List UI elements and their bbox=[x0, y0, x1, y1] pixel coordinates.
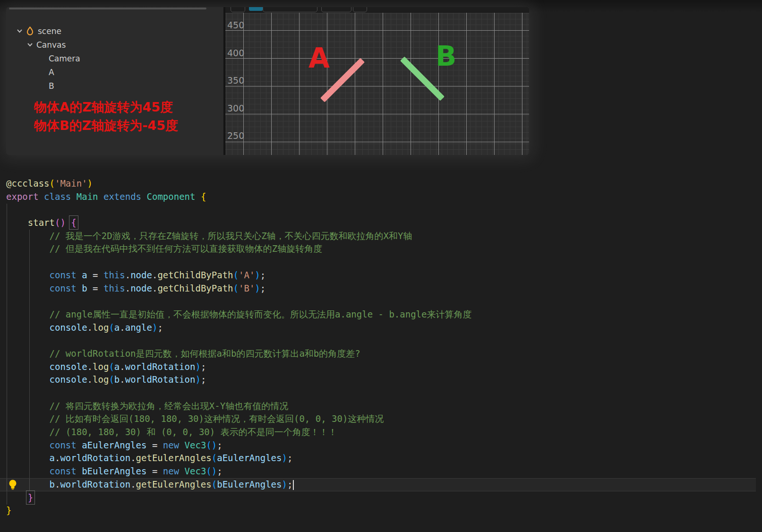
hierarchy-item-label: B bbox=[49, 81, 54, 91]
annotation-line-2: 物体B的Z轴旋转为-45度 bbox=[34, 116, 178, 135]
quick-fix-lightbulb-icon[interactable] bbox=[8, 479, 18, 490]
code-line[interactable]: const bEulerAngles = new Vec3(); bbox=[0, 465, 756, 478]
horizontal-scrollbar[interactable] bbox=[9, 8, 206, 9]
hierarchy-item-label: Canvas bbox=[36, 40, 66, 50]
code-line[interactable]: // (180, 180, 30) 和 (0, 0, 30) 表示的不是同一个角… bbox=[0, 426, 756, 439]
chevron-down-icon[interactable] bbox=[17, 28, 23, 34]
code-line[interactable]: b.worldRotation.getEulerAngles(bEulerAng… bbox=[0, 478, 756, 491]
toolbar-button-group[interactable] bbox=[263, 7, 317, 12]
code-editor[interactable]: @ccclass('Main')export class Main extend… bbox=[0, 177, 756, 517]
code-line[interactable]: // 但是我在代码中找不到任何方法可以直接获取物体的Z轴旋转角度 bbox=[0, 242, 756, 256]
code-line[interactable]: @ccclass('Main') bbox=[0, 177, 756, 190]
toolbar-button[interactable] bbox=[353, 7, 367, 12]
ruler-label: 350 bbox=[227, 75, 244, 86]
code-line[interactable]: const a = this.node.getChildByPath('A'); bbox=[0, 269, 756, 282]
toolbar-button[interactable] bbox=[321, 7, 351, 12]
page: scene Canvas Camera A B 物体A的 bbox=[0, 0, 762, 532]
hierarchy-item-label: Camera bbox=[49, 54, 80, 63]
hierarchy-item-camera[interactable]: Camera bbox=[6, 51, 223, 65]
scene-toolbar bbox=[225, 7, 529, 13]
hierarchy-item-scene[interactable]: scene bbox=[6, 24, 223, 38]
code-line[interactable]: } bbox=[0, 504, 756, 517]
code-line[interactable]: // 我是一个2D游戏，只存在Z轴旋转，所以我只关心Z轴，不关心四元数和欧拉角的… bbox=[0, 230, 756, 243]
hierarchy-item-a[interactable]: A bbox=[6, 65, 223, 79]
code-line[interactable]: // 将四元数转换为欧拉角，经常会出现X-Y轴也有值的情况 bbox=[0, 400, 756, 413]
hierarchy-item-b[interactable]: B bbox=[6, 79, 223, 93]
code-line[interactable] bbox=[0, 256, 756, 269]
code-line[interactable]: const b = this.node.getChildByPath('B'); bbox=[0, 282, 756, 295]
code-line[interactable] bbox=[0, 295, 756, 308]
code-line[interactable]: console.log(b.worldRotation); bbox=[0, 373, 756, 386]
rotation-annotation: 物体A的Z轴旋转为45度 物体B的Z轴旋转为-45度 bbox=[34, 98, 178, 135]
code-line[interactable]: start() { bbox=[0, 216, 756, 230]
toolbar-button[interactable] bbox=[231, 7, 245, 12]
chevron-down-icon[interactable] bbox=[27, 42, 33, 48]
hierarchy-item-label: A bbox=[49, 68, 54, 77]
code-line[interactable]: a.worldRotation.getEulerAngles(aEulerAng… bbox=[0, 452, 756, 465]
code-line[interactable] bbox=[0, 386, 756, 400]
code-line[interactable]: // 比如有时会返回(180, 180, 30)这种情况，有时会返回(0, 0,… bbox=[0, 412, 756, 426]
code-line[interactable]: } bbox=[0, 491, 756, 505]
code-line[interactable]: const aEulerAngles = new Vec3(); bbox=[0, 439, 756, 452]
annotation-line-1: 物体A的Z轴旋转为45度 bbox=[34, 98, 178, 116]
code-line[interactable]: console.log(a.angle); bbox=[0, 321, 756, 335]
text-cursor bbox=[293, 480, 294, 490]
code-line[interactable]: console.log(a.worldRotation); bbox=[0, 360, 756, 374]
ruler-label: 300 bbox=[227, 103, 244, 113]
hierarchy-panel: scene Canvas Camera A B 物体A的 bbox=[6, 7, 223, 155]
scene-object-b-label[interactable]: B bbox=[436, 43, 456, 70]
hierarchy-item-canvas[interactable]: Canvas bbox=[6, 38, 223, 51]
ruler-label: 250 bbox=[227, 130, 244, 141]
ruler-label: 400 bbox=[227, 48, 244, 58]
code-line[interactable]: export class Main extends Component { bbox=[0, 190, 756, 204]
code-line[interactable]: // worldRotation是四元数，如何根据a和b的四元数计算出a和b的角… bbox=[0, 347, 756, 360]
scene-object-a-label[interactable]: A bbox=[308, 44, 330, 72]
code-line[interactable] bbox=[0, 203, 756, 216]
editor-screenshot: scene Canvas Camera A B 物体A的 bbox=[6, 7, 529, 155]
hierarchy-tree: scene Canvas Camera A B bbox=[6, 24, 223, 93]
code-lines: @ccclass('Main')export class Main extend… bbox=[0, 177, 756, 517]
scene-view[interactable]: 450 400 350 300 250 A B bbox=[225, 7, 529, 155]
hierarchy-item-label: scene bbox=[38, 26, 61, 36]
cocos-drop-icon bbox=[26, 26, 34, 35]
ruler-label: 450 bbox=[227, 20, 244, 30]
toolbar-button-active[interactable] bbox=[249, 7, 263, 11]
code-line[interactable]: // angle属性一直是初始值，不会根据物体的旋转而变化。所以无法用a.ang… bbox=[0, 308, 756, 321]
code-line[interactable] bbox=[0, 334, 756, 347]
